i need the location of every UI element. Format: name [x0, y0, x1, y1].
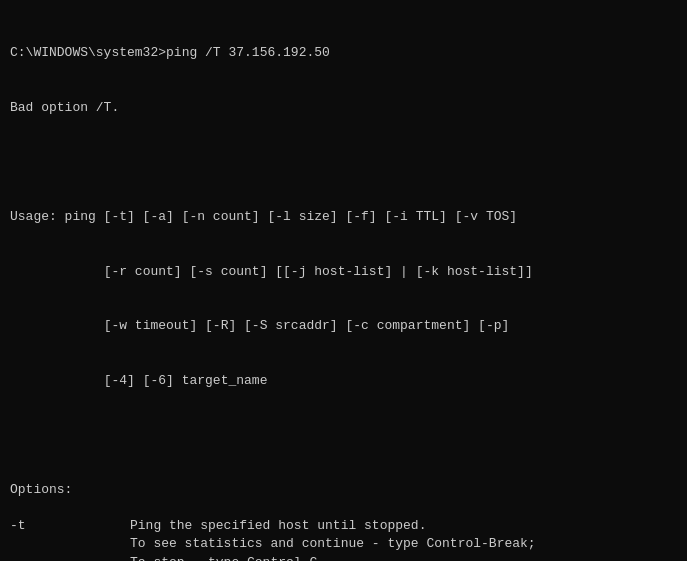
option-extra-text: To stop - type Control-C.	[130, 554, 677, 561]
option-value: Ping the specified host until stopped.	[130, 517, 677, 535]
bad-option-line: Bad option /T.	[10, 99, 677, 117]
options-list: -tPing the specified host until stopped.…	[10, 517, 677, 561]
terminal-window: C:\WINDOWS\system32>ping /T 37.156.192.5…	[10, 8, 677, 517]
usage-line-1: Usage: ping [-t] [-a] [-n count] [-l siz…	[10, 208, 677, 226]
option-extra-text: To see statistics and continue - type Co…	[130, 535, 677, 553]
options-header: Options:	[10, 481, 677, 499]
option-row: -tPing the specified host until stopped.	[10, 517, 677, 535]
usage-line-3: [-w timeout] [-R] [-S srcaddr] [-c compa…	[10, 317, 677, 335]
usage-line-2: [-r count] [-s count] [[-j host-list] | …	[10, 263, 677, 281]
command-line: C:\WINDOWS\system32>ping /T 37.156.192.5…	[10, 44, 677, 62]
blank-line-1	[10, 154, 677, 172]
option-extra-line: To see statistics and continue - type Co…	[10, 535, 677, 553]
blank-line-2	[10, 426, 677, 444]
option-key: -t	[10, 517, 130, 535]
usage-line-4: [-4] [-6] target_name	[10, 372, 677, 390]
option-extra-line: To stop - type Control-C.	[10, 554, 677, 561]
